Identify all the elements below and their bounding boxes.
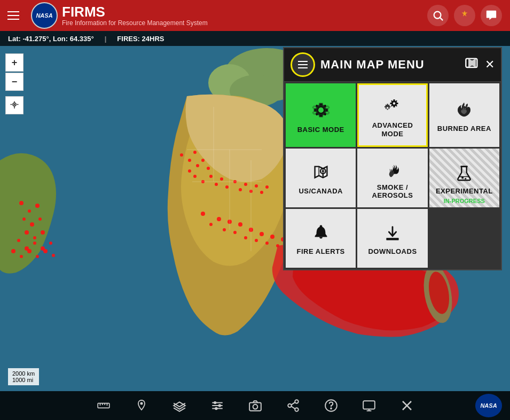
svg-point-106: [215, 407, 217, 410]
svg-rect-116: [363, 401, 375, 409]
map-location-icon: [311, 162, 331, 183]
svg-point-69: [215, 183, 218, 186]
close-button[interactable]: [397, 396, 417, 415]
svg-point-44: [38, 217, 42, 221]
monitor-button[interactable]: [359, 396, 379, 415]
header-icons: [427, 5, 510, 26]
hamburger-button[interactable]: [0, 0, 27, 31]
menu-item-smoke-aerosols[interactable]: SMOKE / AEROSOLS: [357, 149, 427, 207]
svg-point-100: [140, 402, 143, 405]
downloads-label: DOWNLOADS: [368, 247, 417, 256]
svg-point-58: [52, 254, 55, 257]
svg-line-113: [291, 406, 295, 409]
header-title: FIRMS: [62, 4, 427, 20]
svg-point-11: [244, 236, 247, 239]
gear-icon: [310, 99, 332, 121]
svg-point-70: [220, 177, 223, 181]
menu-item-downloads[interactable]: DOWNLOADS: [357, 209, 427, 268]
svg-point-48: [17, 239, 20, 242]
svg-point-78: [265, 185, 269, 189]
svg-point-111: [295, 408, 299, 411]
svg-point-6: [217, 217, 221, 221]
share-button[interactable]: [284, 396, 303, 415]
main-menu: MAIN MAP MENU ✕ BASIC MODE: [283, 47, 502, 270]
scale-bar-inner: 2000 km 1000 mi: [8, 368, 39, 385]
zoom-in-button[interactable]: +: [5, 53, 23, 72]
svg-point-47: [41, 230, 45, 235]
menu-item-experimental[interactable]: EXPERIMENTAL IN-PROGRESS: [429, 149, 499, 207]
menu-help-button[interactable]: [465, 56, 480, 74]
menu-grid: BASIC MODE ADVANCED MODE BURNED AREA: [284, 82, 501, 269]
svg-point-13: [255, 239, 258, 242]
menu-item-basic-mode[interactable]: BASIC MODE: [286, 83, 356, 147]
svg-point-60: [188, 159, 191, 162]
svg-point-82: [14, 104, 15, 105]
menu-item-burned-area[interactable]: BURNED AREA: [429, 83, 499, 147]
fire-alerts-label: FIRE ALERTS: [297, 247, 345, 256]
chat-button[interactable]: [481, 5, 502, 26]
svg-point-56: [36, 255, 39, 258]
menu-item-us-canada[interactable]: US/CANADA: [286, 149, 356, 207]
svg-point-74: [244, 183, 247, 186]
svg-point-40: [28, 209, 31, 213]
bell-icon: [311, 223, 331, 243]
nasa-logo-text: NASA: [36, 12, 52, 19]
scale-km: 2000 km: [12, 370, 35, 377]
svg-point-46: [33, 236, 36, 239]
svg-point-109: [295, 400, 299, 403]
smoke-aerosols-label: SMOKE / AEROSOLS: [363, 183, 422, 200]
svg-point-110: [288, 404, 292, 408]
menu-item-advanced-mode[interactable]: ADVANCED MODE: [357, 83, 427, 147]
layers-button[interactable]: [170, 396, 189, 415]
basic-mode-label: BASIC MODE: [297, 126, 344, 134]
svg-point-77: [260, 191, 263, 194]
svg-point-5: [209, 223, 213, 226]
map-controls: + −: [5, 53, 23, 114]
svg-point-59: [180, 153, 183, 157]
experimental-badge: IN-PROGRESS: [444, 198, 485, 204]
svg-point-79: [434, 12, 441, 19]
svg-point-39: [19, 201, 23, 205]
help-button[interactable]: [321, 396, 341, 415]
camera-button[interactable]: [246, 396, 265, 415]
locate-button[interactable]: [5, 96, 23, 114]
svg-point-43: [30, 222, 34, 227]
smoke-icon: [382, 159, 403, 179]
svg-rect-95: [98, 403, 109, 408]
info-bar: Lat: -41.275°, Lon: 64.335° | FIRES: 24H…: [0, 31, 510, 46]
svg-point-91: [462, 177, 464, 179]
svg-point-66: [193, 175, 197, 178]
us-canada-label: US/CANADA: [299, 187, 343, 196]
filters-button[interactable]: [208, 396, 227, 415]
scale-bar: 2000 km 1000 mi: [8, 368, 39, 385]
menu-hamburger-button[interactable]: [291, 52, 315, 77]
svg-point-93: [319, 225, 322, 228]
scale-mi: 1000 mi: [12, 377, 35, 383]
svg-point-54: [20, 255, 23, 258]
svg-point-42: [22, 217, 26, 221]
svg-point-71: [225, 185, 229, 189]
svg-point-90: [322, 170, 324, 173]
bottom-toolbar: NASA: [0, 391, 510, 420]
pin-button[interactable]: [132, 396, 151, 415]
svg-point-73: [239, 188, 242, 191]
download-icon: [382, 223, 403, 243]
menu-item-fire-alerts[interactable]: FIRE ALERTS: [286, 209, 356, 268]
hamburger-icon: [7, 11, 19, 20]
search-button[interactable]: [427, 5, 449, 26]
menu-close-button[interactable]: ✕: [485, 58, 495, 72]
fires-display: FIRES: 24HRS: [117, 35, 164, 43]
svg-point-63: [201, 159, 205, 162]
svg-point-7: [223, 228, 226, 231]
separator: |: [105, 35, 107, 43]
svg-point-92: [465, 178, 467, 180]
svg-point-61: [193, 151, 197, 154]
svg-point-10: [238, 222, 242, 227]
lat-lon-display: Lat: -41.275°, Lon: 64.335°: [8, 35, 94, 43]
zoom-out-button[interactable]: −: [5, 73, 23, 91]
svg-point-9: [233, 231, 237, 234]
svg-point-104: [213, 401, 216, 404]
svg-point-15: [265, 242, 269, 245]
alerts-button[interactable]: [454, 5, 475, 26]
ruler-button[interactable]: [94, 396, 113, 415]
